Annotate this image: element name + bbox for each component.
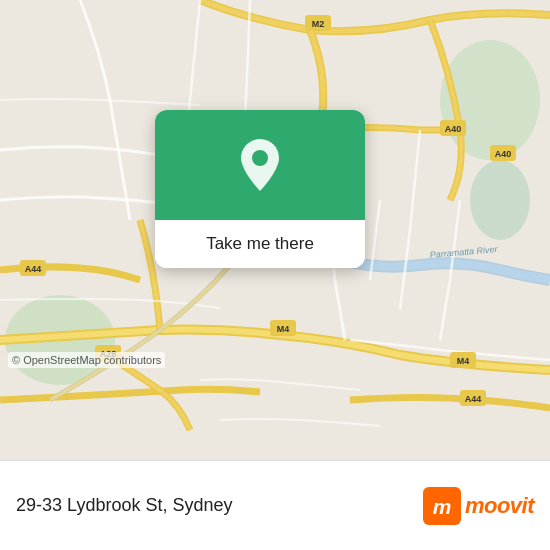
map-attribution: © OpenStreetMap contributors	[8, 352, 165, 368]
address-label: 29-33 Lydbrook St, Sydney	[16, 495, 232, 516]
bottom-bar: 29-33 Lydbrook St, Sydney m moovit	[0, 460, 550, 550]
svg-text:A44: A44	[25, 264, 42, 274]
svg-text:A40: A40	[445, 124, 462, 134]
card-header	[155, 110, 365, 220]
svg-text:M2: M2	[312, 19, 325, 29]
svg-text:A44: A44	[465, 394, 482, 404]
svg-text:m: m	[433, 494, 452, 517]
map-container: M2 A40 A40 A40 A44 A44 A28 A28 M4 M4 Par…	[0, 0, 550, 460]
moovit-wordmark: moovit	[465, 493, 534, 519]
location-card: Take me there	[155, 110, 365, 268]
svg-point-25	[252, 150, 268, 166]
svg-text:A40: A40	[495, 149, 512, 159]
location-pin-icon	[236, 137, 284, 193]
svg-text:M4: M4	[277, 324, 290, 334]
svg-text:M4: M4	[457, 356, 470, 366]
moovit-logo: m moovit	[423, 487, 534, 525]
take-me-there-button[interactable]: Take me there	[155, 220, 365, 268]
moovit-m-icon: m	[423, 487, 461, 525]
svg-point-3	[470, 160, 530, 240]
